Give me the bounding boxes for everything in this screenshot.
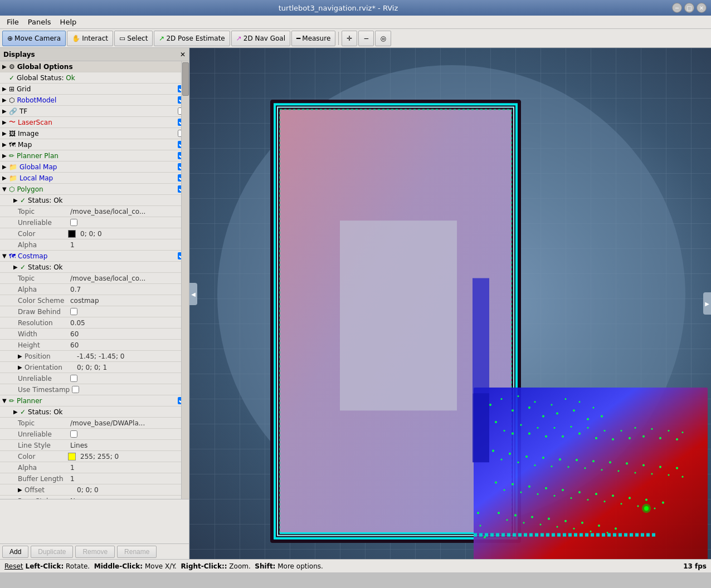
window-controls[interactable]: ─ □ ✕: [672, 3, 707, 13]
display-image[interactable]: ▶ 🖼 Image: [0, 128, 189, 139]
menu-help[interactable]: Help: [56, 17, 81, 27]
unreliable-checkbox-cell[interactable]: [68, 219, 79, 226]
rename-button[interactable]: Rename: [117, 546, 157, 558]
duplicate-button[interactable]: Duplicate: [31, 546, 73, 558]
close-button[interactable]: ✕: [697, 3, 707, 13]
pose-estimate-button[interactable]: ↗ 2D Pose Estimate: [154, 31, 230, 46]
zoom-out-button[interactable]: −: [358, 31, 374, 46]
costmap-use-timestamp-item[interactable]: Use Timestamp: [0, 384, 189, 395]
polygon-topic-item[interactable]: Topic /move_base/local_co...: [0, 206, 189, 217]
expand-icon[interactable]: ▶: [2, 175, 9, 181]
planner-unreliable-checkbox[interactable]: [70, 430, 77, 438]
minimize-button[interactable]: ─: [672, 3, 682, 13]
expand-icon[interactable]: ▶: [2, 130, 9, 136]
expand-icon[interactable]: ▶: [2, 86, 9, 92]
planner-line-style-item[interactable]: Line Style Lines: [0, 440, 189, 451]
display-robot-model[interactable]: ▶ ⬡ RobotModel: [0, 95, 189, 106]
expand-icon[interactable]: ▼: [2, 398, 9, 404]
polygon-unreliable-checkbox[interactable]: [70, 219, 77, 226]
maximize-button[interactable]: □: [684, 3, 694, 13]
use-timestamp-checkbox-cell[interactable]: [70, 386, 81, 393]
expand-icon[interactable]: ▶: [2, 164, 9, 170]
costmap-alpha-item[interactable]: Alpha 0.7: [0, 284, 189, 295]
display-grid[interactable]: ▶ ⊞ Grid: [0, 84, 189, 95]
costmap-use-timestamp-checkbox[interactable]: [72, 386, 79, 393]
displays-list[interactable]: ▶ ⚙ Global Options ✓ Global Status: Ok ▶…: [0, 61, 189, 499]
planner-buffer-length-item[interactable]: Buffer Length 1: [0, 473, 189, 484]
expand-icon[interactable]: ▶: [13, 264, 20, 270]
costmap-unreliable-checkbox-cell[interactable]: [68, 375, 79, 382]
costmap-height-item[interactable]: Height 60: [0, 340, 189, 351]
costmap-width-item[interactable]: Width 60: [0, 329, 189, 340]
polygon-alpha-item[interactable]: Alpha 1: [0, 239, 189, 251]
expand-icon[interactable]: ▼: [2, 253, 9, 259]
planner-status-item[interactable]: ▶ ✓ Status: Ok: [0, 406, 189, 418]
planner-color-swatch[interactable]: [68, 453, 76, 460]
costmap-color-scheme-item[interactable]: Color Scheme costmap: [0, 295, 189, 306]
crosshair-button[interactable]: ✛: [342, 31, 357, 46]
interact-button[interactable]: ✋ Interact: [67, 31, 113, 46]
draw-behind-checkbox-cell[interactable]: [68, 308, 79, 315]
display-global-map[interactable]: ▶ 📁 Global Map: [0, 161, 189, 173]
move-camera-button[interactable]: ⊕ Move Camera: [2, 31, 66, 46]
menu-panels[interactable]: Panels: [23, 17, 56, 27]
display-global-status[interactable]: ✓ Global Status: Ok: [0, 72, 189, 84]
polygon-status-item[interactable]: ▶ ✓ Status: Ok: [0, 195, 189, 206]
planner-offset-item[interactable]: ▶ Offset 0; 0; 0: [0, 484, 189, 496]
expand-icon[interactable]: ▶: [2, 119, 9, 125]
measure-button[interactable]: ━ Measure: [291, 31, 335, 46]
select-button[interactable]: ▭ Select: [114, 31, 153, 46]
display-laser-scan[interactable]: ▶ 〜 LaserScan: [0, 117, 189, 128]
planner-alpha-item[interactable]: Alpha 1: [0, 462, 189, 473]
display-local-map[interactable]: ▶ 📁 Local Map: [0, 173, 189, 184]
costmap-draw-behind-item[interactable]: Draw Behind: [0, 306, 189, 317]
svg-rect-119: [507, 533, 510, 536]
right-panel-collapse-handle[interactable]: ▶: [703, 292, 711, 315]
position-expand-icon[interactable]: ▶: [18, 353, 25, 359]
add-button[interactable]: Add: [2, 546, 28, 558]
expand-icon[interactable]: ▶: [13, 409, 20, 415]
expand-icon[interactable]: ▶: [2, 63, 9, 70]
display-polygon[interactable]: ▼ ⬡ Polygon: [0, 184, 189, 195]
scroll-thumb[interactable]: [182, 62, 189, 96]
display-planner[interactable]: ▼ ✏ Planner: [0, 395, 189, 406]
display-tf[interactable]: ▶ 🔗 TF: [0, 106, 189, 117]
offset-expand-icon[interactable]: ▶: [18, 487, 25, 493]
expand-icon[interactable]: ▼: [2, 186, 9, 192]
display-global-options[interactable]: ▶ ⚙ Global Options: [0, 61, 189, 72]
costmap-orientation-item[interactable]: ▶ Orientation 0; 0; 0; 1: [0, 362, 189, 373]
orientation-expand-icon[interactable]: ▶: [18, 364, 25, 370]
expand-icon[interactable]: ▶: [2, 141, 9, 148]
remove-button[interactable]: Remove: [75, 546, 115, 558]
display-map[interactable]: ▶ 🗺 Map: [0, 139, 189, 150]
costmap-draw-behind-checkbox[interactable]: [70, 308, 77, 315]
costmap-orientation-value: 0; 0; 0; 1: [77, 364, 187, 371]
planner-unreliable-item[interactable]: Unreliable: [0, 429, 189, 440]
scroll-track[interactable]: [181, 61, 189, 499]
color-swatch[interactable]: [68, 230, 76, 238]
display-costmap[interactable]: ▼ 🗺 Costmap: [0, 251, 189, 262]
displays-close-icon[interactable]: ✕: [180, 51, 186, 58]
expand-icon[interactable]: ▶: [2, 97, 9, 103]
planner-topic-item[interactable]: Topic /move_base/DWAPla...: [0, 418, 189, 429]
costmap-resolution-item[interactable]: Resolution 0.05: [0, 317, 189, 329]
polygon-color-item[interactable]: Color 0; 0; 0: [0, 228, 189, 239]
reset-button[interactable]: Reset: [4, 562, 23, 570]
menu-file[interactable]: File: [2, 17, 23, 27]
costmap-status-item[interactable]: ▶ ✓ Status: Ok: [0, 262, 189, 273]
costmap-unreliable-checkbox[interactable]: [70, 375, 77, 382]
camera-view-button[interactable]: ◎: [375, 31, 391, 46]
costmap-unreliable-item[interactable]: Unreliable: [0, 373, 189, 384]
expand-icon[interactable]: ▶: [2, 153, 9, 159]
expand-icon[interactable]: ▶: [2, 108, 9, 114]
nav-goal-button[interactable]: ↗ 2D Nav Goal: [231, 31, 290, 46]
costmap-topic-item[interactable]: Topic /move_base/local_co...: [0, 273, 189, 284]
costmap-position-item[interactable]: ▶ Position -1.45; -1.45; 0: [0, 351, 189, 362]
left-panel-collapse-handle[interactable]: ◀: [189, 283, 197, 305]
polygon-unreliable-item[interactable]: Unreliable: [0, 217, 189, 228]
display-planner-plan[interactable]: ▶ ✏ Planner Plan: [0, 150, 189, 161]
3d-viewport[interactable]: ▶: [189, 48, 711, 559]
planner-color-item[interactable]: Color 255; 255; 0: [0, 451, 189, 462]
expand-icon[interactable]: ▶: [13, 197, 20, 203]
planner-unreliable-checkbox-cell[interactable]: [68, 430, 79, 438]
